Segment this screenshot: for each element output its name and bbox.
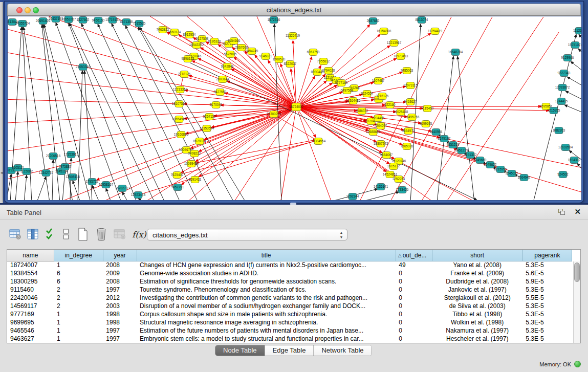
graph-node[interactable]: 21053346 xyxy=(76,64,91,71)
column-header-short[interactable]: short xyxy=(432,250,522,261)
table-selector-dropdown[interactable]: citations_edges.txt ▲▼ xyxy=(147,229,347,240)
graph-node[interactable]: 9342848 xyxy=(221,63,234,70)
graph-node[interactable]: 9227343 xyxy=(558,70,571,77)
table-row[interactable]: 1830029562008Estimation of significance … xyxy=(7,277,572,286)
graph-node[interactable]: 622160 xyxy=(384,102,396,108)
graph-node[interactable]: 1694312 xyxy=(568,157,581,164)
graph-node[interactable]: 11254419 xyxy=(428,28,442,35)
table-row[interactable]: 969969511998Structural magnetic resonanc… xyxy=(7,318,572,326)
west-panel-collapse-handle[interactable]: ◂ xyxy=(0,170,3,176)
column-header-out_de[interactable]: △out_de... xyxy=(396,250,432,261)
unselect-all-icon[interactable] xyxy=(61,227,71,242)
graph-node[interactable]: 8912954 xyxy=(183,32,196,38)
graph-node[interactable]: 8671358 xyxy=(120,19,133,26)
citation-network-graph[interactable]: 1830029519384554161548081221396710973493… xyxy=(8,16,582,201)
graph-node[interactable]: 7515526 xyxy=(133,20,146,27)
graph-node[interactable]: 1064942 xyxy=(518,174,531,181)
graph-node[interactable]: 5675685 xyxy=(224,51,237,58)
graph-node[interactable]: 8322037 xyxy=(284,61,297,68)
table-row[interactable]: 911546021997Tourette syndrome. Phenomeno… xyxy=(7,286,572,294)
graph-node[interactable]: 6794028 xyxy=(322,68,335,74)
graph-node[interactable]: 9699695 xyxy=(420,121,432,127)
graph-node[interactable]: 1244415 xyxy=(555,98,568,105)
graph-node[interactable]: 6497568 xyxy=(341,87,354,94)
graph-node[interactable]: 8454749 xyxy=(246,48,258,55)
graph-node[interactable]: 9146821 xyxy=(259,53,272,60)
graph-node[interactable]: 3624554 xyxy=(361,91,374,97)
graph-node[interactable]: 1691431 xyxy=(189,177,202,183)
graph-node[interactable]: 3170041 xyxy=(210,102,223,108)
graph-node[interactable]: 9466160 xyxy=(92,17,105,24)
graph-node[interactable]: 9498222 xyxy=(188,150,201,157)
close-icon[interactable]: ✕ xyxy=(574,207,581,216)
memory-status[interactable]: Memory: OK xyxy=(539,361,581,367)
graph-node[interactable]: 8679197 xyxy=(438,136,451,142)
table-row[interactable]: 2242004622012Investigating the contribut… xyxy=(7,294,572,302)
graph-node[interactable]: 16648784 xyxy=(448,49,463,56)
new-column-icon[interactable] xyxy=(76,227,90,242)
graph-node[interactable]: 9654971 xyxy=(402,128,415,135)
graph-node[interactable]: 24355724 xyxy=(15,20,30,27)
graph-node[interactable]: 1607487 xyxy=(372,78,385,84)
graph-node[interactable]: 9127508 xyxy=(196,36,209,42)
table-settings-icon[interactable] xyxy=(8,227,23,242)
graph-node[interactable]: 18807243 xyxy=(374,141,388,147)
graph-node[interactable]: 12342737 xyxy=(39,170,54,177)
graph-node[interactable]: 1795722 xyxy=(86,179,99,185)
graph-node[interactable]: 12103504 xyxy=(558,144,573,151)
graph-node[interactable]: 8678334 xyxy=(193,138,206,145)
graph-node[interactable]: 21206516 xyxy=(46,153,61,160)
function-builder-icon[interactable]: f(x) xyxy=(131,227,147,242)
graph-node[interactable]: 11325419 xyxy=(286,33,300,39)
show-column-icon[interactable] xyxy=(26,227,40,242)
graph-node[interactable]: 10099489 xyxy=(184,161,199,167)
graph-node[interactable]: 6961758 xyxy=(307,49,320,56)
graph-node[interactable]: 1640954 xyxy=(430,129,443,136)
graph-node[interactable]: 7485063 xyxy=(401,68,413,74)
graph-node[interactable]: 7463822 xyxy=(157,27,169,33)
graph-node[interactable]: 9215955 xyxy=(548,107,560,114)
graph-node[interactable]: 7955812 xyxy=(317,58,330,65)
graph-node[interactable]: 8427552 xyxy=(214,89,227,96)
table-row[interactable]: 1456911722003Disruption of a novel membe… xyxy=(7,302,572,310)
column-header-pagerank[interactable]: pagerank xyxy=(522,250,572,261)
graph-node[interactable]: 1115682 xyxy=(20,168,33,175)
tab-network-table[interactable]: Network Table xyxy=(313,345,371,356)
column-header-title[interactable]: title xyxy=(137,250,396,261)
graph-node[interactable]: 12923448 xyxy=(131,192,146,199)
graph-node[interactable]: 19384554 xyxy=(311,138,326,145)
graph-node[interactable]: 8813074 xyxy=(416,17,428,24)
tab-edge-table[interactable]: Edge Table xyxy=(265,345,314,356)
graph-node[interactable]: 10958167 xyxy=(99,182,114,188)
vertical-scrollbar[interactable] xyxy=(573,261,580,343)
graph-node[interactable]: 12213369 xyxy=(173,86,188,93)
graph-node[interactable]: 10654945 xyxy=(172,116,187,123)
graph-node[interactable]: 1327602 xyxy=(77,17,90,24)
graph-node[interactable]: 17353913 xyxy=(64,151,79,158)
float-window-icon[interactable] xyxy=(558,209,565,215)
graph-node[interactable]: 9115460 xyxy=(421,105,434,112)
graph-node[interactable]: 9129966 xyxy=(561,55,574,61)
graph-node[interactable]: 9857791 xyxy=(171,184,184,191)
graph-node[interactable]: 18543392 xyxy=(189,42,204,49)
delete-table-icon[interactable] xyxy=(113,227,127,242)
column-header-name[interactable]: name xyxy=(7,250,54,261)
graph-node[interactable]: 18107554 xyxy=(172,101,187,107)
scrollbar-thumb[interactable] xyxy=(574,262,580,282)
delete-column-icon[interactable] xyxy=(94,227,108,242)
select-all-icon[interactable] xyxy=(44,227,58,242)
graph-node[interactable]: 18495756 xyxy=(405,114,420,121)
graph-node[interactable]: 16154808 xyxy=(377,28,391,35)
column-header-year[interactable]: year xyxy=(103,250,137,261)
graph-node[interactable]: 10688609 xyxy=(366,129,381,136)
graph-node[interactable]: 12505115 xyxy=(66,174,80,181)
graph-node[interactable]: 12973115 xyxy=(403,82,418,89)
graph-node[interactable]: 1082203 xyxy=(553,127,565,134)
table-row[interactable]: 1938455462009Genome-wide association stu… xyxy=(7,269,572,277)
column-header-in_degree[interactable]: in_degree xyxy=(54,250,103,261)
graph-node[interactable]: 21364486 xyxy=(346,98,361,104)
table-row[interactable]: 946362711997Embryonic stem cells: a mode… xyxy=(7,335,572,343)
graph-node[interactable]: 12213967 xyxy=(387,40,402,47)
graph-node[interactable]: 12093872 xyxy=(555,84,570,91)
graph-node[interactable]: 2687682 xyxy=(367,18,380,25)
